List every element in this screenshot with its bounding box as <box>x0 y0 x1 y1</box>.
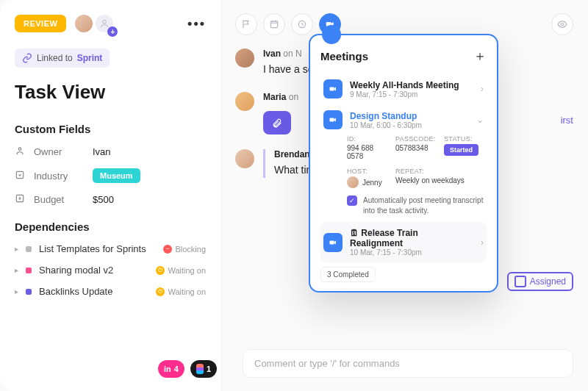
custom-fields-heading: Custom Fields <box>15 123 206 135</box>
chevron-right-icon: ▸ <box>15 245 18 253</box>
comment-input[interactable]: Comment or type '/' for commands <box>243 349 573 378</box>
add-assignee-button[interactable]: + <box>94 13 115 34</box>
assigned-filter-chip[interactable]: Assigned <box>507 272 573 291</box>
comment-author: Maria <box>263 92 286 102</box>
calendar-button[interactable] <box>263 13 285 35</box>
figma-icon <box>196 364 204 374</box>
status-label: STATUS: <box>444 135 487 143</box>
repeat-label: REPEAT: <box>395 168 487 175</box>
dependency-status: − Blocking <box>163 245 206 254</box>
add-meeting-button[interactable]: ＋ <box>473 47 487 65</box>
dependency-label: Backlinks Update <box>39 286 112 297</box>
meeting-item[interactable]: Weekly All-Hands Meeting 9 Mar, 7:15 - 7… <box>320 73 487 104</box>
id-label: ID: <box>347 135 390 143</box>
number-icon <box>15 193 26 206</box>
meeting-title: Weekly All-Hands Meeting <box>350 80 473 90</box>
avatar <box>235 92 254 111</box>
video-icon <box>323 110 343 129</box>
svg-rect-2 <box>16 171 23 178</box>
video-icon <box>323 79 343 98</box>
dependencies-heading: Dependencies <box>15 220 206 233</box>
comment-meta: on N <box>283 49 301 59</box>
meeting-time: 10 Mar, 6:00 - 6:30pm <box>350 121 469 129</box>
watch-button[interactable] <box>551 13 573 35</box>
passcode-label: PASSCODE: <box>395 135 438 143</box>
attachment-button[interactable] <box>263 111 291 134</box>
meeting-passcode: 05788348 <box>395 144 438 152</box>
more-menu-button[interactable]: ••• <box>187 16 206 32</box>
dependency-row[interactable]: ▸ Backlinks Update ⏱ Waiting on <box>15 286 206 297</box>
chevron-right-icon: ▸ <box>15 287 18 295</box>
field-budget: Budget $500 <box>15 193 206 206</box>
completed-count-pill[interactable]: 3 Completed <box>320 267 376 282</box>
svg-point-0 <box>103 20 107 24</box>
field-industry: Industry Museum <box>15 168 206 183</box>
chevron-right-icon: › <box>481 84 484 94</box>
dependency-row[interactable]: ▸ Sharing modal v2 ⏱ Waiting on <box>15 265 206 276</box>
status-dot-icon <box>26 268 32 273</box>
comment-suffix: irst <box>561 115 573 126</box>
comment-author: Ivan <box>263 49 281 59</box>
invision-icon: in <box>164 365 171 373</box>
figma-pill[interactable]: 1 <box>190 360 217 378</box>
blocking-icon: − <box>163 245 172 254</box>
field-label: Budget <box>34 194 93 205</box>
review-status-button[interactable]: REVIEW <box>15 15 66 32</box>
transcript-toggle[interactable]: ✓ Automatically post meeting transcript … <box>347 196 487 216</box>
page-title: Task View <box>15 81 206 104</box>
dependency-label: List Templates for Sprints <box>39 243 146 254</box>
dependency-label: Sharing modal v2 <box>39 265 113 276</box>
meeting-id: 994 688 0578 <box>347 144 390 160</box>
plus-icon: + <box>107 26 118 37</box>
video-icon <box>323 233 343 252</box>
owner-icon <box>15 146 26 158</box>
meeting-time: 9 Mar, 7:15 - 7:30pm <box>350 90 473 98</box>
svg-point-1 <box>18 148 21 151</box>
linked-prefix: Linked to <box>37 53 73 63</box>
field-value: Ivan <box>93 146 111 157</box>
meeting-status-badge: Started <box>444 144 478 156</box>
dropdown-icon <box>15 170 26 182</box>
meetings-popover: Meetings ＋ Weekly All-Hands Meeting 9 Ma… <box>309 34 498 293</box>
meeting-details: ID: 994 688 0578 PASSCODE: 05788348 STAT… <box>347 135 487 188</box>
invision-pill[interactable]: in 4 <box>158 360 184 378</box>
field-label: Owner <box>34 146 93 157</box>
activity-toolbar <box>235 13 573 35</box>
meeting-title: 🗓 Release Train Realignment <box>350 228 473 248</box>
avatar <box>235 49 254 68</box>
assignee-avatars[interactable]: + <box>74 13 115 34</box>
link-icon <box>22 53 32 63</box>
field-label: Industry <box>34 171 93 182</box>
integration-pills: in 4 1 <box>158 360 217 378</box>
chevron-right-icon: ▸ <box>15 266 18 274</box>
meeting-repeat: Weekly on weekdays <box>395 176 487 184</box>
svg-rect-8 <box>330 87 334 91</box>
chevron-right-icon: › <box>481 237 484 248</box>
linked-to-pill[interactable]: Linked to Sprint <box>15 49 110 68</box>
svg-rect-9 <box>330 118 334 122</box>
waiting-icon: ⏱ <box>156 266 165 275</box>
host-label: HOST: <box>347 168 390 175</box>
dependency-row[interactable]: ▸ List Templates for Sprints − Blocking <box>15 243 206 254</box>
flag-button[interactable] <box>235 13 257 35</box>
linked-target: Sprint <box>77 53 103 63</box>
comment-author: Brendan <box>274 149 310 159</box>
status-dot-icon <box>26 246 32 252</box>
meeting-item[interactable]: 🗓 Release Train Realignment 10 Mar, 7:15… <box>320 222 487 262</box>
industry-tag[interactable]: Museum <box>93 168 140 183</box>
transcript-note: Automatically post meeting transcript in… <box>363 196 487 216</box>
svg-rect-10 <box>330 240 334 244</box>
waiting-icon: ⏱ <box>156 287 165 296</box>
meeting-time: 10 Mar, 7:15 - 7:30pm <box>350 248 473 257</box>
meeting-item[interactable]: Design Standup 10 Mar, 6:00 - 6:30pm ⌄ <box>320 104 487 135</box>
avatar <box>235 149 254 168</box>
task-sidebar: REVIEW + ••• Linked to Sprint Task View … <box>0 0 220 391</box>
checkbox-icon: ✓ <box>347 196 357 206</box>
history-button[interactable] <box>291 13 313 35</box>
dependency-status: ⏱ Waiting on <box>156 287 206 296</box>
status-dot-icon <box>26 289 32 295</box>
meeting-title: Design Standup <box>350 111 469 121</box>
comment-meta: on <box>289 92 298 102</box>
avatar[interactable] <box>74 13 94 34</box>
dependency-status: ⏱ Waiting on <box>156 266 206 275</box>
